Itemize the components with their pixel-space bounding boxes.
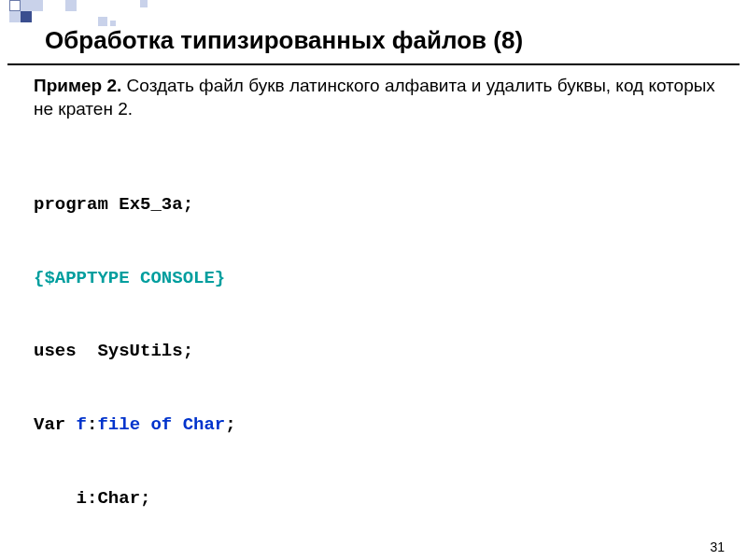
code-block: program Ex5_3a; {$APPTYPE CONSOLE} uses …: [34, 145, 721, 560]
code-line-5: i:Char;: [34, 485, 721, 512]
slide-title: Обработка типизированных файлов (8): [45, 26, 523, 55]
code-line-2: {$APPTYPE CONSOLE}: [34, 265, 721, 292]
example-text: Создать файл букв латинского алфавита и …: [34, 76, 715, 119]
code-line-4: Var f:file of Char;: [34, 412, 721, 439]
example-paragraph: Пример 2. Создать файл букв латинского а…: [34, 75, 721, 120]
slide-body: Пример 2. Создать файл букв латинского а…: [34, 75, 721, 560]
code-line-3: uses SysUtils;: [34, 338, 721, 365]
code-line-1: program Ex5_3a;: [34, 191, 721, 218]
title-underline: [7, 63, 740, 65]
page-number: 31: [710, 539, 725, 554]
example-label: Пример 2.: [34, 76, 121, 95]
